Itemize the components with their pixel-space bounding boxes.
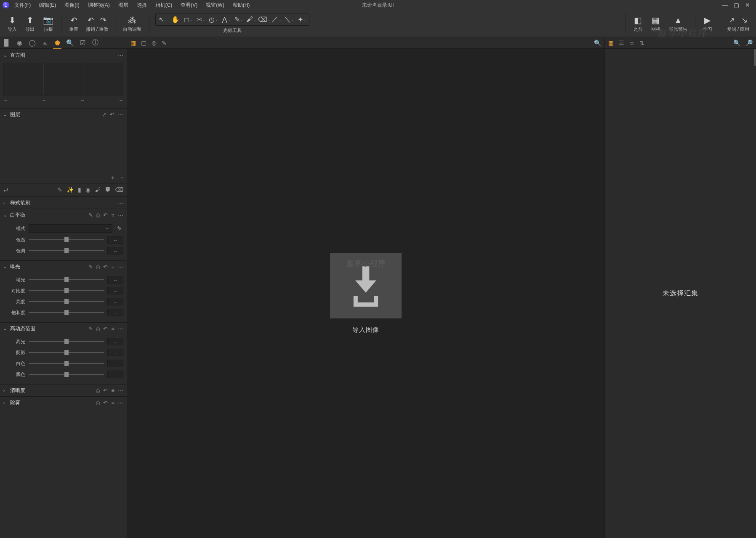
highlight-slider[interactable] bbox=[29, 341, 104, 342]
menu-select[interactable]: 选择 bbox=[133, 0, 150, 10]
grid-button[interactable]: ▦ 网格 bbox=[647, 10, 665, 37]
exposure-warning-button[interactable]: ▲ 曝光警告 bbox=[665, 10, 692, 37]
list-view-icon[interactable]: ☰ bbox=[619, 40, 624, 46]
reset-button[interactable]: ↶ 重置 bbox=[65, 10, 83, 37]
contrast-value[interactable]: -- bbox=[107, 287, 123, 294]
eyedropper-icon[interactable]: ✎ bbox=[116, 225, 123, 232]
chevron-right-icon[interactable]: › bbox=[3, 388, 8, 393]
brush-mask-icon[interactable]: 🖌 bbox=[95, 186, 101, 193]
temperature-slider[interactable] bbox=[29, 239, 104, 240]
library-tab-icon[interactable]: ▉ bbox=[3, 39, 11, 47]
minimize-icon[interactable]: — bbox=[722, 2, 728, 8]
more-icon[interactable]: ⋯ bbox=[118, 400, 123, 406]
eraser-tool[interactable]: ⌫⌄ bbox=[258, 13, 270, 25]
undo-button[interactable]: ↶ bbox=[87, 16, 95, 25]
exposure-value[interactable]: -- bbox=[107, 276, 123, 284]
white-value[interactable]: -- bbox=[107, 360, 123, 367]
shadow-value[interactable]: -- bbox=[107, 349, 123, 356]
auto-mask-icon[interactable]: ✨ bbox=[67, 186, 74, 193]
menu-icon[interactable]: ≡ bbox=[111, 400, 114, 406]
tint-slider[interactable] bbox=[29, 250, 104, 251]
menu-icon[interactable]: ≡ bbox=[111, 212, 114, 218]
film-view-icon[interactable]: ◎ bbox=[152, 40, 157, 46]
browser-zoom-icon[interactable]: 🔎 bbox=[745, 40, 753, 46]
eyedropper-icon[interactable]: ✎ bbox=[57, 186, 62, 193]
menu-view[interactable]: 查看(V) bbox=[177, 0, 201, 10]
erase-mask-icon[interactable]: ⌫ bbox=[115, 186, 123, 193]
color-tab-icon[interactable]: ஃ bbox=[40, 39, 49, 47]
shape-tool[interactable]: ◻⌄ bbox=[182, 13, 194, 25]
hand-tool[interactable]: ✋ bbox=[169, 13, 182, 25]
chevron-down-icon[interactable]: ⌄ bbox=[3, 213, 8, 217]
maximize-icon[interactable]: ▢ bbox=[734, 2, 739, 8]
circle-tab-icon[interactable]: ◯ bbox=[28, 39, 36, 47]
wand-view-icon[interactable]: ✎ bbox=[162, 40, 167, 46]
grid-view-icon[interactable]: ▦ bbox=[130, 40, 136, 46]
more-icon[interactable]: ⋯ bbox=[118, 200, 123, 206]
clip-icon[interactable]: ⎙ bbox=[96, 264, 100, 270]
search-tab-icon[interactable]: 🔍 bbox=[66, 39, 74, 47]
menu-file[interactable]: 文件(F) bbox=[11, 0, 34, 10]
menu-edit[interactable]: 编辑(E) bbox=[36, 0, 59, 10]
gradient-tool[interactable]: ／⌄ bbox=[270, 13, 283, 25]
add-layer-icon[interactable]: ＋ bbox=[110, 174, 116, 182]
revert-icon[interactable]: ↶ bbox=[103, 326, 108, 332]
contrast-slider[interactable] bbox=[29, 290, 104, 291]
adjust-tab-icon[interactable]: ⬟ bbox=[53, 39, 61, 47]
linear-mask-icon[interactable]: ▮ bbox=[78, 186, 81, 193]
browser-search-icon[interactable]: 🔍 bbox=[733, 40, 740, 46]
chevron-right-icon[interactable]: › bbox=[3, 400, 8, 405]
menu-adjust[interactable]: 调整项(A) bbox=[85, 0, 113, 10]
pen-icon[interactable]: ✎ bbox=[88, 264, 93, 270]
learn-button[interactable]: ▶ 学习 bbox=[699, 10, 716, 37]
chevron-down-icon[interactable]: ⌄ bbox=[3, 112, 8, 117]
menu-icon[interactable]: ≡ bbox=[111, 264, 114, 270]
menu-image[interactable]: 图像(I) bbox=[61, 0, 83, 10]
exposure-slider[interactable] bbox=[29, 279, 104, 280]
clip-icon[interactable]: ⎙ bbox=[96, 212, 100, 218]
radial-tool[interactable]: ＼⌄ bbox=[283, 13, 295, 25]
more-icon[interactable]: ⋯ bbox=[118, 264, 123, 270]
menu-camera[interactable]: 相机(C) bbox=[152, 0, 176, 10]
copy-button[interactable]: ↗ bbox=[727, 16, 736, 25]
spot-tool[interactable]: ✎⌄ bbox=[232, 13, 245, 25]
wb-mode-select[interactable] bbox=[29, 224, 112, 233]
more-icon[interactable]: ⋯ bbox=[118, 326, 123, 332]
detail-view-icon[interactable]: ≣ bbox=[629, 40, 634, 46]
black-slider[interactable] bbox=[29, 374, 104, 375]
pen-icon[interactable]: ✎ bbox=[88, 326, 93, 332]
viewer-search-icon[interactable]: 🔍 bbox=[594, 40, 601, 46]
chevron-down-icon[interactable]: ⌄ bbox=[3, 326, 8, 331]
more-icon[interactable]: ⋯ bbox=[118, 212, 123, 218]
swap-icon[interactable]: ⇄ bbox=[3, 186, 8, 193]
single-view-icon[interactable]: ▢ bbox=[141, 40, 146, 46]
clip-icon[interactable]: ⎙ bbox=[96, 387, 100, 394]
remove-layer-icon[interactable]: － bbox=[119, 174, 125, 182]
menu-icon[interactable]: ≡ bbox=[111, 326, 114, 332]
stamp-icon[interactable]: ⛊ bbox=[105, 186, 111, 193]
chevron-down-icon[interactable]: ⌄ bbox=[3, 265, 8, 269]
close-icon[interactable]: ✕ bbox=[745, 2, 750, 8]
menu-help[interactable]: 帮助(H) bbox=[229, 0, 253, 10]
saturation-slider[interactable] bbox=[29, 312, 104, 313]
revert-icon[interactable]: ↶ bbox=[110, 111, 114, 118]
import-button[interactable]: ⬇ 导入 bbox=[3, 10, 21, 37]
clip-icon[interactable]: ⎙ bbox=[96, 400, 100, 406]
revert-icon[interactable]: ↶ bbox=[103, 264, 108, 270]
redo-button[interactable]: ↷ bbox=[99, 16, 108, 25]
revert-icon[interactable]: ↶ bbox=[103, 212, 108, 218]
apply-button[interactable]: ↘ bbox=[740, 16, 748, 25]
thumb-view-icon[interactable]: ▦ bbox=[608, 40, 614, 46]
sort-icon[interactable]: ⇅ bbox=[639, 40, 644, 46]
brush-tool[interactable]: 🖌⌄ bbox=[245, 13, 258, 25]
chevron-right-icon[interactable]: › bbox=[3, 201, 8, 205]
metadata-tab-icon[interactable]: ☑ bbox=[78, 39, 87, 47]
shadow-slider[interactable] bbox=[29, 352, 104, 353]
export-button[interactable]: ⬆ 导出 bbox=[21, 10, 39, 37]
clip-icon[interactable]: ⎙ bbox=[96, 326, 100, 332]
keystone-tool[interactable]: ⋀⌄ bbox=[220, 13, 232, 25]
import-drop-zone[interactable]: 趣享小程序 bbox=[330, 253, 402, 318]
pen-icon[interactable]: ✎ bbox=[88, 212, 93, 218]
pointer-tool[interactable]: ↖⌄ bbox=[157, 13, 169, 25]
capture-button[interactable]: 📷 拍摄 bbox=[39, 10, 58, 37]
